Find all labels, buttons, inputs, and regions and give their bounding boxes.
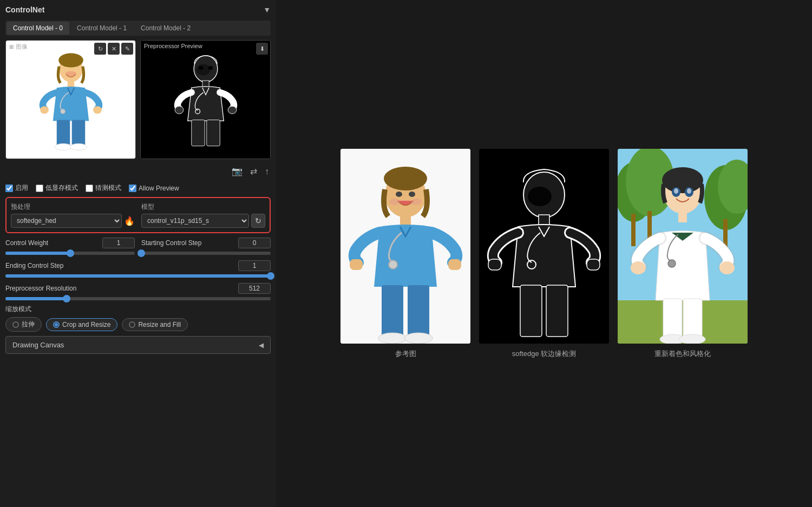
- low-vram-checkbox-item[interactable]: 低显存模式: [36, 183, 78, 193]
- starting-step-value[interactable]: [238, 238, 271, 248]
- source-refresh-btn[interactable]: ↻: [94, 43, 106, 55]
- two-col-slider-row: Control Weight Starting Control Step: [5, 238, 271, 255]
- preprocessor-res-value[interactable]: [238, 283, 271, 294]
- enable-checkbox-item[interactable]: 启用: [5, 183, 28, 193]
- svg-rect-60: [663, 299, 682, 338]
- model-selection-box: 预处理 softedge_hed none softedge_hedsafe 🔥…: [5, 197, 271, 233]
- ending-step-fill: [5, 274, 271, 278]
- svg-point-66: [674, 188, 678, 194]
- preprocessor-image-controls: ⬇: [256, 43, 268, 55]
- guess-mode-checkbox[interactable]: [86, 185, 93, 192]
- starting-step-bar[interactable]: [141, 252, 271, 255]
- radio-group: 拉伸 Crop and Resize Resize and Fill: [5, 317, 271, 332]
- control-weight-bar[interactable]: [5, 252, 135, 255]
- reference-nurse-svg: [340, 149, 470, 344]
- svg-point-31: [404, 333, 433, 344]
- tab-control-model-0[interactable]: Control Model - 0: [6, 22, 69, 35]
- source-image-controls: ↻ ✕ ✎: [94, 43, 133, 55]
- showcase-img-stylized: [618, 149, 748, 344]
- svg-point-63: [679, 334, 705, 344]
- ending-step-value[interactable]: [238, 260, 271, 271]
- tab-control-model-2[interactable]: Control Model - 2: [134, 22, 197, 35]
- enable-label: 启用: [15, 183, 28, 193]
- svg-rect-19: [191, 120, 205, 146]
- svg-rect-7: [71, 120, 85, 146]
- showcase-caption-reference: 参考图: [395, 349, 416, 359]
- showcase-img-reference: [340, 149, 470, 344]
- left-panel: ControlNet ▼ Control Model - 0 Control M…: [0, 0, 276, 507]
- svg-rect-61: [683, 299, 702, 338]
- radio-text-crop: Crop and Resize: [62, 321, 110, 328]
- checkbox-row: 启用 低显存模式 猜测模式 Allow Preview: [5, 183, 271, 193]
- radio-stretch[interactable]: 拉伸: [5, 317, 42, 332]
- upload-btn[interactable]: ↑: [263, 165, 271, 178]
- tab-bar: Control Model - 0 Control Model - 1 Cont…: [5, 21, 271, 36]
- images-showcase: 参考图: [340, 149, 748, 359]
- showcase-item-stylized: 重新着色和风格化: [618, 149, 748, 359]
- preprocessor-res-thumb: [63, 295, 70, 302]
- svg-point-25: [389, 260, 397, 269]
- svg-point-8: [55, 143, 72, 150]
- preprocessor-select-row: softedge_hed none softedge_hedsafe 🔥: [11, 214, 135, 228]
- starting-step-header: Starting Control Step: [141, 238, 271, 248]
- radio-dot-fill: [129, 321, 135, 328]
- image-row: ⊞ 图像 ↻ ✕ ✎: [5, 40, 271, 159]
- ending-step-bar[interactable]: [5, 274, 271, 278]
- tab-control-model-1[interactable]: Control Model - 1: [70, 22, 133, 35]
- guess-mode-checkbox-item[interactable]: 猜测模式: [86, 183, 121, 193]
- preprocessor-svg: [168, 48, 244, 151]
- low-vram-label: 低显存模式: [45, 183, 78, 193]
- source-label-text: 图像: [16, 43, 28, 51]
- svg-point-67: [687, 188, 691, 194]
- control-weight-value[interactable]: [102, 238, 135, 248]
- svg-rect-50: [631, 214, 636, 246]
- svg-rect-26: [350, 259, 363, 270]
- svg-rect-20: [206, 120, 220, 146]
- model-refresh-btn[interactable]: ↻: [251, 214, 265, 228]
- preprocessor-select[interactable]: softedge_hed none softedge_hedsafe: [11, 214, 122, 228]
- panel-header: ControlNet ▼: [5, 5, 271, 14]
- svg-rect-56: [678, 212, 687, 222]
- svg-point-9: [70, 143, 87, 150]
- low-vram-checkbox[interactable]: [36, 185, 43, 192]
- allow-preview-checkbox-item[interactable]: Allow Preview: [129, 185, 179, 192]
- svg-rect-41: [488, 259, 501, 270]
- model-select[interactable]: control_v11p_sd15_s None: [141, 214, 249, 228]
- svg-point-12: [196, 64, 210, 75]
- camera-btn[interactable]: 📷: [230, 164, 244, 178]
- ending-step-header: Ending Control Step: [5, 260, 271, 271]
- preprocessor-res-header: Preprocessor Resolution: [5, 283, 271, 294]
- ending-step-slider-row: Ending Control Step: [5, 260, 271, 278]
- fire-icon: 🔥: [124, 216, 135, 226]
- enable-checkbox[interactable]: [5, 185, 13, 192]
- svg-rect-28: [382, 285, 403, 337]
- radio-resize-fill[interactable]: Resize and Fill: [122, 318, 188, 331]
- drawing-canvas-label: Drawing Canvas: [12, 341, 64, 349]
- preprocessor-col-label: 预处理: [11, 202, 135, 212]
- preprocessor-res-bar[interactable]: [5, 297, 271, 300]
- svg-point-3: [60, 109, 65, 114]
- svg-rect-44: [546, 285, 568, 337]
- svg-point-23: [384, 167, 427, 190]
- drawing-canvas-row[interactable]: Drawing Canvas ◀: [5, 336, 271, 354]
- model-col-label: 模型: [141, 202, 265, 212]
- source-close-btn[interactable]: ✕: [108, 43, 120, 55]
- allow-preview-checkbox[interactable]: [129, 185, 136, 192]
- ending-step-label: Ending Control Step: [5, 262, 63, 269]
- panel-arrow[interactable]: ▼: [263, 5, 271, 14]
- source-edit-btn[interactable]: ✎: [121, 43, 133, 55]
- preprocessor-download-btn[interactable]: ⬇: [256, 43, 268, 55]
- svg-point-38: [528, 187, 552, 206]
- starting-step-slider-row: Starting Control Step: [141, 238, 271, 255]
- preprocessor-res-slider-row: Preprocessor Resolution: [5, 283, 271, 300]
- radio-crop-resize[interactable]: Crop and Resize: [46, 318, 117, 331]
- svg-point-1: [58, 53, 83, 67]
- svg-point-17: [175, 106, 184, 114]
- preprocessor-nurse-image: [141, 41, 270, 159]
- radio-dot-crop: [53, 321, 60, 328]
- swap-btn[interactable]: ⇄: [248, 164, 259, 178]
- svg-rect-27: [448, 259, 461, 270]
- svg-rect-29: [408, 285, 429, 337]
- preprocessor-col: 预处理 softedge_hed none softedge_hedsafe 🔥: [11, 202, 135, 228]
- panel-title: ControlNet: [5, 5, 44, 14]
